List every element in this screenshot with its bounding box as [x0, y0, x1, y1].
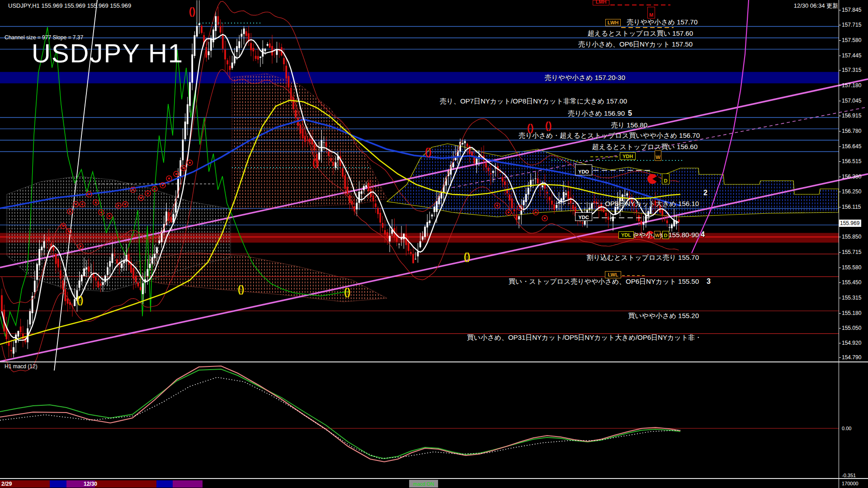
svg-text:↑: ↑ — [240, 286, 243, 293]
svg-text:(): () — [425, 146, 432, 157]
svg-text:(): () — [545, 120, 552, 131]
svg-text:(): () — [312, 157, 319, 168]
svg-text:↑: ↑ — [346, 289, 349, 296]
macd-on-button[interactable]: macd ON — [409, 480, 438, 488]
svg-text:↑: ↑ — [466, 254, 469, 261]
svg-text:↑: ↑ — [79, 297, 82, 304]
svg-text:(): () — [189, 5, 196, 17]
chart-canvas[interactable]: ()()()()()()↑()↑()↑()↑ — [0, 0, 868, 488]
svg-text:(): () — [527, 122, 534, 133]
trading-chart-window: ()()()()()()↑()↑()↑()↑ USDJPY,H1 155.969… — [0, 0, 868, 488]
macd-pane — [0, 366, 839, 462]
